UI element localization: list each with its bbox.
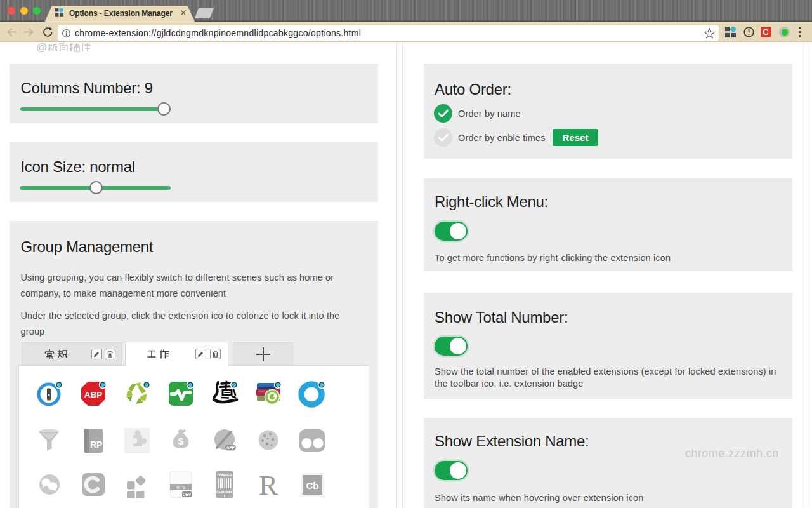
svg-text:RP: RP (90, 439, 102, 450)
svg-text:ABP: ABP (84, 390, 103, 399)
svg-text:$: $ (178, 436, 184, 446)
svg-text:TAMPER: TAMPER (217, 473, 233, 477)
svg-text:R: R (259, 471, 278, 498)
svg-text:APP: APP (226, 445, 235, 450)
svg-text:Cb: Cb (306, 480, 319, 491)
svg-text:CHROME: CHROME (216, 490, 233, 494)
svg-text:m-d: m-d (176, 485, 185, 490)
svg-text:DEV: DEV (183, 492, 192, 497)
svg-text:@: @ (36, 41, 47, 53)
